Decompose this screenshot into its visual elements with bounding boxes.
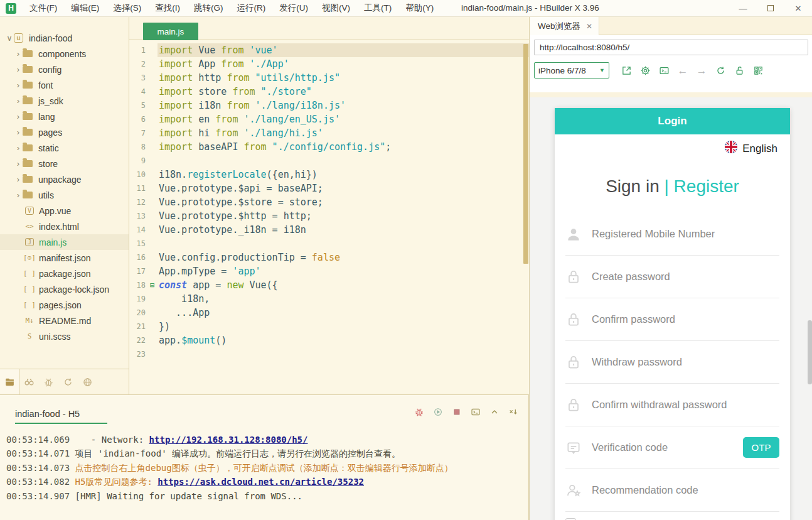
console-tab[interactable]: indian-food - H5	[15, 409, 80, 419]
file-type-icon: [ ]	[23, 269, 36, 278]
minimize-icon[interactable]: —	[729, 0, 757, 16]
tree-file-package-lock.json[interactable]: [ ]package-lock.json	[0, 281, 129, 297]
chevron-collapsed-icon[interactable]: ›	[14, 112, 23, 121]
console-link[interactable]: http://192.168.31.128:8080/h5/	[149, 435, 308, 445]
tree-folder-lang[interactable]: ›lang	[0, 109, 129, 124]
chevron-collapsed-icon[interactable]: ›	[14, 175, 23, 184]
language-selector[interactable]: English	[555, 134, 790, 163]
chevron-expanded-icon[interactable]: ∨	[5, 33, 14, 43]
console-terminal-icon[interactable]	[654, 62, 673, 79]
tree-file-uni.scss[interactable]: Suni.scss	[0, 328, 129, 344]
chevron-collapsed-icon[interactable]: ›	[14, 159, 23, 168]
chevron-collapsed-icon[interactable]: ›	[14, 65, 23, 74]
input-field-create-password[interactable]: Create password	[565, 256, 779, 298]
tree-file-package.json[interactable]: [ ]package.json	[0, 266, 129, 281]
fold-marker-icon[interactable]: ⊟	[147, 278, 158, 292]
tree-file-index.html[interactable]: <>index.html	[0, 219, 129, 234]
chevron-collapsed-icon[interactable]: ›	[14, 96, 23, 106]
qrcode-icon[interactable]	[749, 62, 767, 79]
code-area[interactable]: 1import Vue from 'vue'2import App from '…	[129, 40, 529, 394]
tree-folder-config[interactable]: ›config	[0, 62, 129, 77]
tree-file-README.md[interactable]: M↓README.md	[0, 313, 129, 328]
menu-item-6[interactable]: 发行(U)	[272, 0, 315, 16]
debug-bug-icon[interactable]	[414, 406, 424, 417]
browser-tab[interactable]: Web浏览器 ✕	[530, 17, 599, 35]
menu-item-8[interactable]: 工具(T)	[357, 0, 398, 16]
code-line-20: 20 ...App	[129, 306, 529, 320]
collapse-icon[interactable]	[489, 406, 499, 417]
settings-gear-icon[interactable]	[636, 62, 654, 79]
browser-scrollbar[interactable]	[808, 320, 812, 384]
editor-tab-mainjs[interactable]: main.js	[143, 23, 198, 40]
tree-project-indian-food[interactable]: ∨uindian-food	[0, 30, 129, 46]
menu-item-9[interactable]: 帮助(Y)	[398, 0, 441, 16]
input-field-recommendation-code[interactable]: Recommendation code	[565, 469, 779, 512]
code-line-7: 7import hi from './lang/hi.js'	[129, 126, 529, 140]
debug-bug-icon[interactable]	[39, 369, 58, 394]
web-globe-icon[interactable]	[78, 369, 97, 394]
file-type-icon: <>	[23, 222, 36, 230]
code-editor: main.js 1import Vue from 'vue'2import Ap…	[129, 17, 529, 394]
lock-icon	[565, 397, 582, 413]
tab-close-icon[interactable]: ✕	[586, 22, 592, 31]
stop-icon[interactable]	[451, 406, 462, 417]
url-input[interactable]: http://localhost:8080/h5/	[534, 40, 808, 55]
maximize-icon[interactable]	[757, 0, 784, 16]
otp-button[interactable]: OTP	[743, 437, 779, 458]
tree-file-manifest.json[interactable]: [⊙]manifest.json	[0, 250, 129, 266]
close-icon[interactable]: ✕	[784, 0, 812, 16]
menu-item-1[interactable]: 编辑(E)	[64, 0, 106, 16]
tree-folder-store[interactable]: ›store	[0, 156, 129, 171]
menu-item-7[interactable]: 视图(V)	[315, 0, 357, 16]
clear-icon[interactable]	[508, 406, 518, 417]
folder-icon	[23, 97, 33, 104]
folder-icon	[23, 113, 33, 120]
menu-item-3[interactable]: 查找(I)	[148, 0, 187, 16]
tree-folder-static[interactable]: ›static	[0, 140, 129, 156]
console-link[interactable]: https://ask.dcloud.net.cn/article/35232	[158, 477, 364, 487]
chevron-collapsed-icon[interactable]: ›	[14, 80, 23, 90]
chevron-collapsed-icon[interactable]: ›	[14, 143, 23, 153]
tree-folder-unpackage[interactable]: ›unpackage	[0, 171, 129, 187]
register-link[interactable]: Register	[674, 176, 739, 196]
search-binoculars-icon[interactable]	[19, 369, 39, 394]
lock-icon	[565, 354, 582, 371]
editor-scrollbar[interactable]	[523, 44, 528, 264]
signin-label[interactable]: Sign in	[606, 176, 660, 196]
input-field-verification-code[interactable]: Verification codeOTP	[565, 426, 779, 469]
device-select[interactable]: iPhone 6/7/8 ▼	[534, 62, 609, 79]
forward-icon[interactable]: →	[692, 62, 711, 79]
input-field-confirm-password[interactable]: Confirm password	[565, 298, 779, 341]
code-line-14: 14Vue.prototype._i18n = i18n	[129, 223, 529, 237]
tree-file-pages.json[interactable]: [ ]pages.json	[0, 297, 129, 313]
chevron-collapsed-icon[interactable]: ›	[14, 190, 23, 200]
tree-file-main.js[interactable]: Jmain.js	[0, 234, 129, 250]
tree-folder-js_sdk[interactable]: ›js_sdk	[0, 93, 129, 109]
tree-folder-utils[interactable]: ›utils	[0, 187, 129, 203]
open-in-browser-icon[interactable]	[617, 62, 636, 79]
tree-folder-components[interactable]: ›components	[0, 46, 129, 62]
new-terminal-icon[interactable]	[470, 406, 481, 417]
sync-refresh-icon[interactable]	[58, 369, 78, 394]
refresh-icon[interactable]	[711, 62, 730, 79]
menu-item-2[interactable]: 选择(S)	[106, 0, 148, 16]
menu-item-5[interactable]: 运行(R)	[230, 0, 273, 16]
chevron-collapsed-icon[interactable]: ›	[14, 127, 23, 137]
input-field-registered-mobile-number[interactable]: Registered Mobile Number	[565, 213, 779, 256]
tree-folder-pages[interactable]: ›pages	[0, 124, 129, 140]
input-field-confirm-withdrawal-password[interactable]: Confirm withdrawal password	[565, 384, 779, 426]
console-line: 00:53:14.907 [HMR] Waiting for update si…	[6, 489, 525, 503]
input-field-withdraw-password[interactable]: Withdraw password	[565, 341, 779, 384]
tree-file-App.vue[interactable]: VApp.vue	[0, 203, 129, 219]
code-line-8: 8import baseAPI from "./config/config.js…	[129, 140, 529, 154]
files-tab-icon[interactable]	[0, 369, 19, 394]
web-browser-panel: Web浏览器 ✕ http://localhost:8080/h5/ iPhon…	[529, 17, 812, 520]
back-icon[interactable]: ←	[673, 62, 692, 79]
tree-folder-font[interactable]: ›font	[0, 77, 129, 93]
chevron-collapsed-icon[interactable]: ›	[14, 49, 23, 58]
unlock-icon[interactable]	[730, 62, 749, 79]
restart-icon[interactable]	[432, 406, 443, 417]
lock-icon	[565, 269, 582, 285]
menu-item-4[interactable]: 跳转(G)	[187, 0, 230, 16]
menu-item-0[interactable]: 文件(F)	[23, 0, 64, 16]
